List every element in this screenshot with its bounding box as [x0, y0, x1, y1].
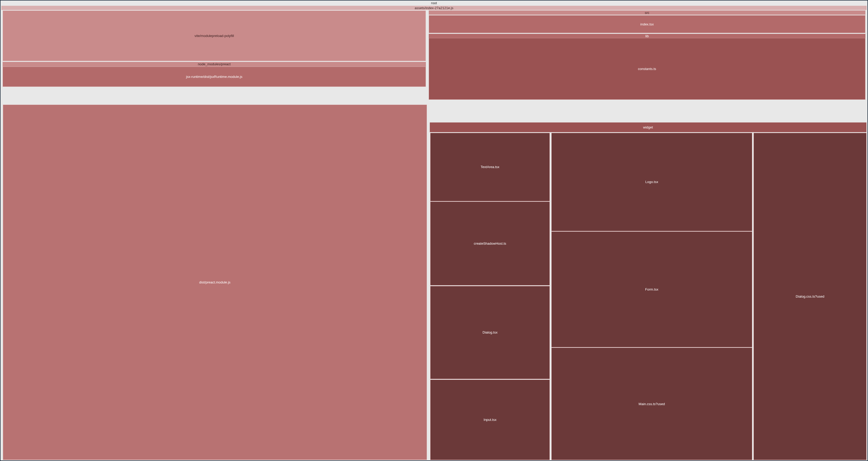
node-assets-header[interactable]: assets/index-27a2121e.js [1, 6, 867, 10]
node-constants-ts[interactable]: constants.ts [429, 38, 865, 100]
label-dialog-css: Dialog.css.ts?used [796, 295, 824, 299]
label-root: root [431, 1, 437, 5]
label-index-tsx: index.tsx [640, 22, 654, 26]
label-preact-module: dist/preact.module.js [199, 280, 230, 284]
label-vite: vite/modulepreload-polyfill [194, 34, 234, 38]
node-root-header[interactable]: root [1, 1, 867, 5]
node-lib-header[interactable]: lib [429, 34, 865, 38]
node-form-tsx[interactable]: Form.tsx [552, 232, 752, 347]
label-preact: node_modules/preact [198, 62, 230, 66]
node-main-css-ts[interactable]: Main.css.ts?used [552, 348, 752, 460]
node-textarea-tsx[interactable]: TextArea.tsx [430, 133, 550, 201]
treemap-root[interactable]: root assets/index-27a2121e.js vite/modul… [0, 0, 868, 461]
label-dialog: Dialog.tsx [483, 330, 497, 334]
label-constants: constants.ts [638, 67, 656, 71]
label-main-css: Main.css.ts?used [639, 402, 665, 406]
label-jsx-runtime: jsx-runtime/dist/jsxRuntime.module.js [186, 75, 243, 79]
label-createshadowhost: createShadowHost.ts [474, 242, 506, 245]
node-src-header[interactable]: src [429, 10, 865, 15]
label-widget: widget [643, 125, 653, 129]
label-input: Input.tsx [484, 418, 496, 422]
label-textarea: TextArea.tsx [481, 165, 500, 169]
label-form: Form.tsx [645, 287, 658, 291]
node-dialog-css-ts[interactable]: Dialog.css.ts?used [754, 133, 866, 460]
node-createshadowhost-ts[interactable]: createShadowHost.ts [430, 202, 550, 285]
node-jsx-runtime[interactable]: jsx-runtime/dist/jsxRuntime.module.js [3, 67, 426, 87]
label-assets: assets/index-27a2121e.js [414, 6, 453, 10]
node-preact-module[interactable]: dist/preact.module.js [3, 104, 427, 460]
label-lib: lib [645, 34, 649, 38]
node-widget-header[interactable]: widget [430, 122, 866, 132]
node-logo-tsx[interactable]: Logo.tsx [552, 133, 752, 231]
node-index-tsx[interactable]: index.tsx [429, 15, 865, 33]
node-preact-header[interactable]: node_modules/preact [3, 62, 426, 67]
label-src: src [645, 11, 649, 15]
node-vite-modulepreload-polyfill[interactable]: vite/modulepreload-polyfill [3, 10, 426, 61]
label-logo: Logo.tsx [645, 180, 658, 184]
node-input-tsx[interactable]: Input.tsx [430, 380, 550, 460]
node-dialog-tsx[interactable]: Dialog.tsx [430, 286, 550, 379]
